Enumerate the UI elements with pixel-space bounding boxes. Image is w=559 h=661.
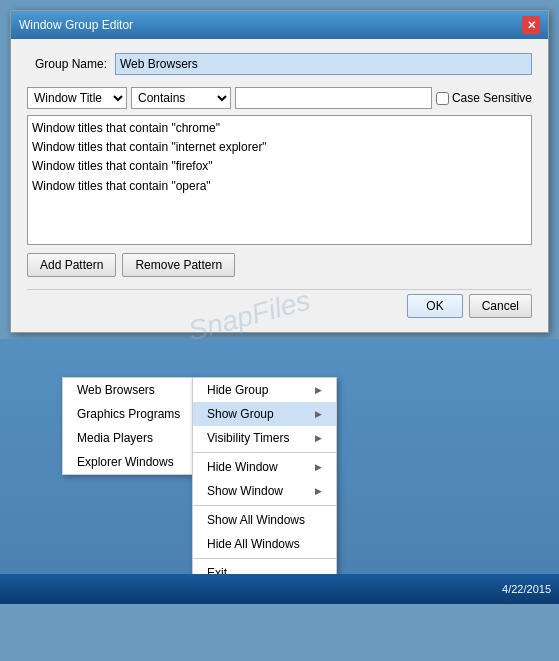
close-button[interactable]: ✕ xyxy=(522,16,540,34)
context-menu-groups: Web Browsers Graphics Programs Media Pla… xyxy=(62,377,195,475)
filter-condition-select[interactable]: Contains Equals Starts With Ends With xyxy=(131,87,231,109)
menu-item-graphics-programs[interactable]: Graphics Programs xyxy=(63,402,194,426)
taskbar: 4/22/2015 xyxy=(0,574,559,604)
ok-button[interactable]: OK xyxy=(407,294,462,318)
dialog-titlebar: Window Group Editor ✕ xyxy=(11,11,548,39)
patterns-list[interactable]: Window titles that contain "chrome" Wind… xyxy=(27,115,532,245)
context-menu-group: Web Browsers Graphics Programs Media Pla… xyxy=(62,377,195,475)
submenu-item-hide-group[interactable]: Hide Group xyxy=(193,378,336,402)
cancel-button[interactable]: Cancel xyxy=(469,294,532,318)
submenu-item-hide-window[interactable]: Hide Window xyxy=(193,455,336,479)
submenu-divider-2 xyxy=(193,505,336,506)
menu-item-explorer-windows[interactable]: Explorer Windows xyxy=(63,450,194,474)
pattern-buttons: Add Pattern Remove Pattern xyxy=(27,253,532,277)
list-item[interactable]: Window titles that contain "internet exp… xyxy=(32,138,527,157)
taskbar-time: 4/22/2015 xyxy=(502,583,551,595)
list-item[interactable]: Window titles that contain "opera" xyxy=(32,177,527,196)
submenu-item-show-all-windows[interactable]: Show All Windows xyxy=(193,508,336,532)
submenu-divider-3 xyxy=(193,558,336,559)
filter-field-select[interactable]: Window Title Process Name Class Name xyxy=(27,87,127,109)
menu-item-media-players[interactable]: Media Players xyxy=(63,426,194,450)
remove-pattern-button[interactable]: Remove Pattern xyxy=(122,253,235,277)
submenu-item-hide-all-windows[interactable]: Hide All Windows xyxy=(193,532,336,556)
case-sensitive-checkbox[interactable] xyxy=(436,92,449,105)
group-name-label: Group Name: xyxy=(27,57,107,71)
filter-row: Window Title Process Name Class Name Con… xyxy=(27,87,532,109)
group-name-row: Group Name: xyxy=(27,53,532,75)
list-item[interactable]: Window titles that contain "chrome" xyxy=(32,119,527,138)
window-group-editor-dialog: Window Group Editor ✕ Group Name: Window… xyxy=(10,10,549,333)
dialog-footer: OK Cancel xyxy=(27,289,532,318)
add-pattern-button[interactable]: Add Pattern xyxy=(27,253,116,277)
context-menu-submenu: Hide Group Show Group Visibility Timers … xyxy=(192,377,337,586)
group-name-input[interactable] xyxy=(115,53,532,75)
submenu-divider-1 xyxy=(193,452,336,453)
case-sensitive-label[interactable]: Case Sensitive xyxy=(436,91,532,105)
list-item[interactable]: Window titles that contain "firefox" xyxy=(32,157,527,176)
desktop-area: Web Browsers Graphics Programs Media Pla… xyxy=(0,339,559,604)
submenu-item-show-group[interactable]: Show Group xyxy=(193,402,336,426)
submenu-item-show-window[interactable]: Show Window xyxy=(193,479,336,503)
filter-text-input[interactable] xyxy=(235,87,432,109)
menu-item-web-browsers[interactable]: Web Browsers xyxy=(63,378,194,402)
dialog-title: Window Group Editor xyxy=(19,18,133,32)
submenu-item-visibility-timers[interactable]: Visibility Timers xyxy=(193,426,336,450)
